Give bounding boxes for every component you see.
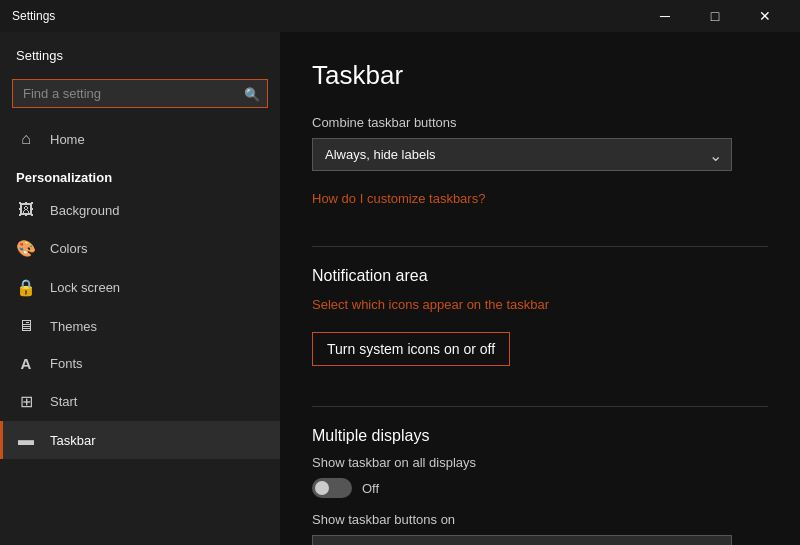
app-title: Settings <box>12 9 642 23</box>
sidebar-item-fonts-label: Fonts <box>50 356 83 371</box>
combine-dropdown[interactable]: Always, hide labels When taskbar is full… <box>312 138 732 171</box>
show-buttons-label: Show taskbar buttons on <box>312 512 768 527</box>
show-all-toggle[interactable] <box>312 478 352 498</box>
turn-system-icons-button[interactable]: Turn system icons on or off <box>312 332 510 366</box>
start-icon: ⊞ <box>16 392 36 411</box>
sidebar-header: Settings <box>0 32 280 71</box>
sidebar-item-fonts[interactable]: A Fonts <box>0 345 280 382</box>
lock-icon: 🔒 <box>16 278 36 297</box>
search-box: 🔍 <box>12 79 268 108</box>
app-container: Settings 🔍 ⌂ Home Personalization 🖼 Back… <box>0 32 800 545</box>
sidebar-item-home[interactable]: ⌂ Home <box>0 120 280 158</box>
themes-icon: 🖥 <box>16 317 36 335</box>
sidebar: Settings 🔍 ⌂ Home Personalization 🖼 Back… <box>0 32 280 545</box>
show-all-toggle-row: Off <box>312 478 768 498</box>
sidebar-item-taskbar-label: Taskbar <box>50 433 96 448</box>
window-controls: ─ □ ✕ <box>642 0 788 32</box>
search-input[interactable] <box>12 79 268 108</box>
sidebar-item-home-label: Home <box>50 132 85 147</box>
combine-dropdown-wrap: Always, hide labels When taskbar is full… <box>312 138 732 171</box>
colors-icon: 🎨 <box>16 239 36 258</box>
sidebar-item-background[interactable]: 🖼 Background <box>0 191 280 229</box>
titlebar: Settings ─ □ ✕ <box>0 0 800 32</box>
multiple-displays-title: Multiple displays <box>312 427 768 445</box>
close-button[interactable]: ✕ <box>742 0 788 32</box>
sidebar-item-colors-label: Colors <box>50 241 88 256</box>
show-buttons-dropdown-wrap: All taskbars Main taskbar and taskbar wh… <box>312 535 732 545</box>
sidebar-section-label: Personalization <box>0 158 280 191</box>
combine-label: Combine taskbar buttons <box>312 115 768 130</box>
taskbar-icon: ▬ <box>16 431 36 449</box>
select-icons-link[interactable]: Select which icons appear on the taskbar <box>312 297 549 312</box>
sidebar-item-start-label: Start <box>50 394 77 409</box>
background-icon: 🖼 <box>16 201 36 219</box>
divider-1 <box>312 246 768 247</box>
home-icon: ⌂ <box>16 130 36 148</box>
show-all-label: Show taskbar on all displays <box>312 455 768 470</box>
fonts-icon: A <box>16 355 36 372</box>
sidebar-item-lock-label: Lock screen <box>50 280 120 295</box>
sidebar-item-taskbar[interactable]: ▬ Taskbar <box>0 421 280 459</box>
sidebar-item-themes[interactable]: 🖥 Themes <box>0 307 280 345</box>
divider-2 <box>312 406 768 407</box>
sidebar-item-background-label: Background <box>50 203 119 218</box>
show-buttons-dropdown[interactable]: All taskbars Main taskbar and taskbar wh… <box>312 535 732 545</box>
sidebar-item-themes-label: Themes <box>50 319 97 334</box>
customize-link[interactable]: How do I customize taskbars? <box>312 191 485 206</box>
minimize-button[interactable]: ─ <box>642 0 688 32</box>
sidebar-item-start[interactable]: ⊞ Start <box>0 382 280 421</box>
search-icon: 🔍 <box>244 86 260 101</box>
page-title: Taskbar <box>312 60 768 91</box>
toggle-label: Off <box>362 481 379 496</box>
maximize-button[interactable]: □ <box>692 0 738 32</box>
sidebar-item-lock-screen[interactable]: 🔒 Lock screen <box>0 268 280 307</box>
notification-area-title: Notification area <box>312 267 768 285</box>
main-content: Taskbar Combine taskbar buttons Always, … <box>280 32 800 545</box>
sidebar-item-colors[interactable]: 🎨 Colors <box>0 229 280 268</box>
